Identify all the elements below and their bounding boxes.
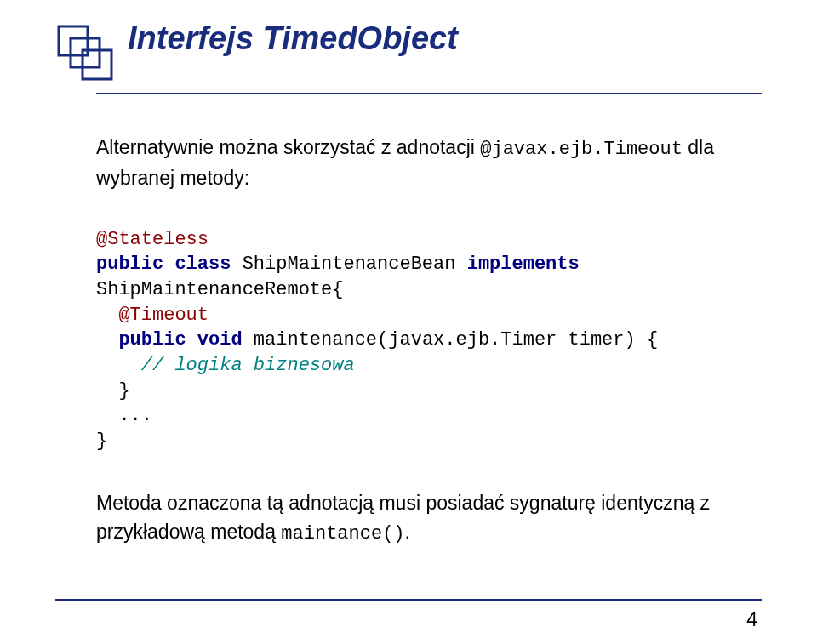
code-kw-public-2: public [118,329,186,350]
code-annotation-1: @Stateless [96,229,209,250]
intro-code: @javax.ejb.Timeout [480,139,683,160]
code-kw-implements: implements [467,254,580,275]
code-brace-2: } [96,430,107,452]
code-kw-public-1: public [96,254,163,275]
footer-paragraph: Metoda oznaczona tą adnotacją musi posia… [96,488,745,549]
page-title: Interfejs TimedObject [128,21,458,57]
code-ellipsis: ... [96,405,152,426]
code-classname: ShipMaintenanceBean [231,254,466,275]
slide-container: Interfejs TimedObject Alternatywnie możn… [0,0,817,644]
code-brace-1: } [96,380,130,402]
code-indent-2 [96,355,141,376]
code-kw-class: class [174,254,231,275]
logo-icon [55,23,115,86]
footer-text-2: . [405,521,410,543]
code-comment: // logika biznesowa [141,355,355,376]
intro-text-1: Alternatywnie można skorzystać z adnotac… [96,136,480,158]
code-kw-void: void [197,329,243,350]
page-number: 4 [746,608,757,631]
code-block: @Stateless public class ShipMaintenanceB… [96,227,745,454]
title-underline [96,93,762,94]
footer-line [55,599,762,601]
intro-paragraph: Alternatywnie można skorzystać z adnotac… [96,133,745,193]
code-interface: ShipMaintenanceRemote{ [96,279,343,300]
code-method: maintenance(javax.ejb.Timer timer) { [243,329,658,350]
footer-code: maintance() [281,523,404,544]
slide-header: Interfejs TimedObject [55,21,762,86]
slide-content: Alternatywnie można skorzystać z adnotac… [96,133,745,548]
code-indent-1 [96,329,118,350]
svg-rect-1 [71,38,100,67]
code-annotation-2: @Timeout [96,305,209,326]
